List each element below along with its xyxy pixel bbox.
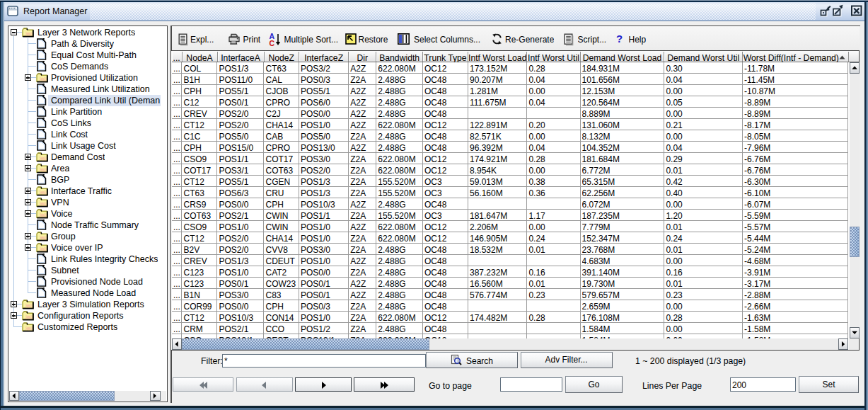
svg-text:C: C <box>270 39 275 47</box>
